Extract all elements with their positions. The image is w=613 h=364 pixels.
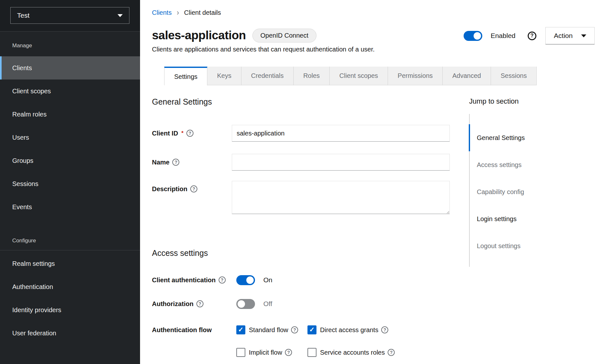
tab-roles[interactable]: Roles <box>294 67 330 85</box>
name-label: Name ? <box>152 154 232 171</box>
description-label: Description ? <box>152 181 232 214</box>
general-settings-form: Client ID * ? Name ? Description ? <box>152 125 450 214</box>
enabled-toggle[interactable] <box>464 31 482 41</box>
check-icon: ✓ <box>238 326 244 333</box>
jump-link-capability-config[interactable]: Capability config <box>470 178 604 205</box>
tab-credentials[interactable]: Credentials <box>241 67 294 85</box>
help-icon[interactable]: ? <box>219 276 226 284</box>
sidebar-item-identity-providers[interactable]: Identity providers <box>0 298 140 322</box>
description-row: Description ? <box>152 181 450 214</box>
client-id-input[interactable] <box>232 125 450 142</box>
direct-access-grants-label: Direct access grants <box>320 326 378 334</box>
general-settings-heading: General Settings <box>152 97 212 107</box>
sidebar-item-realm-roles[interactable]: Realm roles <box>0 103 140 126</box>
jump-to-section-panel: Jump to section General Settings Access … <box>469 97 604 267</box>
authorization-row: Authorization ? Off <box>152 296 474 311</box>
access-settings-form: Client authentication ? On Authorization… <box>152 273 474 359</box>
toggle-knob <box>474 32 481 40</box>
help-icon[interactable]: ? <box>285 349 292 356</box>
authorization-label: Authorization ? <box>152 300 236 308</box>
tab-permissions[interactable]: Permissions <box>388 67 443 85</box>
realm-selector-dropdown[interactable]: Test <box>10 7 129 24</box>
breadcrumb-clients-link[interactable]: Clients <box>152 9 172 16</box>
standard-flow-checkbox[interactable]: ✓ <box>236 325 245 334</box>
client-id-label: Client ID * ? <box>152 125 232 142</box>
client-authentication-row: Client authentication ? On <box>152 273 474 287</box>
name-row: Name ? <box>152 154 450 171</box>
access-settings-heading: Access settings <box>152 248 208 258</box>
implicit-flow-checkbox[interactable] <box>236 348 245 357</box>
direct-access-grants-checkbox[interactable]: ✓ <box>307 325 316 334</box>
jump-link-access-settings[interactable]: Access settings <box>470 151 604 178</box>
required-asterisk: * <box>181 130 184 136</box>
jump-to-section-list: General Settings Access settings Capabil… <box>469 114 604 267</box>
caret-down-icon <box>581 34 586 37</box>
client-id-row: Client ID * ? <box>152 125 450 142</box>
tab-settings[interactable]: Settings <box>164 67 207 85</box>
caret-down-icon <box>118 14 123 17</box>
page-title: sales-application <box>152 29 246 42</box>
nav-section-title-manage: Manage <box>0 39 140 52</box>
main-content: Clients › Client details sales-applicati… <box>140 0 613 364</box>
authentication-flow-row-2: Implicit flow ? Service accounts roles ? <box>152 346 474 359</box>
implicit-flow-option: Implicit flow ? <box>236 348 307 357</box>
sidebar-item-realm-settings[interactable]: Realm settings <box>0 252 140 275</box>
jump-to-section-heading: Jump to section <box>469 97 604 107</box>
header-controls: Enabled ? Action <box>464 27 595 44</box>
tab-advanced[interactable]: Advanced <box>443 67 491 85</box>
description-textarea[interactable] <box>232 181 450 214</box>
tab-client-scopes[interactable]: Client scopes <box>330 67 388 85</box>
help-icon[interactable]: ? <box>528 32 536 40</box>
implicit-flow-label: Implicit flow <box>249 349 282 356</box>
jump-link-general-settings[interactable]: General Settings <box>470 124 604 151</box>
action-dropdown-button[interactable]: Action <box>545 27 595 44</box>
sidebar-item-sessions[interactable]: Sessions <box>0 172 140 195</box>
jump-link-logout-settings[interactable]: Logout settings <box>470 232 604 259</box>
nav-divider <box>0 250 140 250</box>
tab-keys[interactable]: Keys <box>207 67 241 85</box>
tab-bar: Settings Keys Credentials Roles Client s… <box>164 67 537 85</box>
sidebar-item-user-federation[interactable]: User federation <box>0 322 140 345</box>
enabled-label: Enabled <box>491 32 515 40</box>
check-icon: ✓ <box>309 326 315 333</box>
sidebar-item-client-scopes[interactable]: Client scopes <box>0 79 140 103</box>
help-icon[interactable]: ? <box>186 130 193 137</box>
authorization-toggle[interactable] <box>236 299 255 309</box>
sidebar-nav: Manage Clients Client scopes Realm roles… <box>0 39 140 345</box>
client-authentication-toggle[interactable] <box>236 275 255 285</box>
client-authentication-state: On <box>263 276 272 284</box>
help-icon[interactable]: ? <box>172 159 179 166</box>
jump-link-login-settings[interactable]: Login settings <box>470 205 604 232</box>
help-icon[interactable]: ? <box>291 326 298 333</box>
name-input[interactable] <box>232 154 450 171</box>
authorization-state: Off <box>263 300 272 308</box>
sidebar-item-authentication[interactable]: Authentication <box>0 275 140 298</box>
sidebar-item-users[interactable]: Users <box>0 126 140 149</box>
masthead: Test <box>0 0 140 32</box>
action-label: Action <box>554 32 572 40</box>
title-row: sales-application OpenID Connect <box>152 26 316 44</box>
protocol-badge: OpenID Connect <box>252 29 316 42</box>
authentication-flow-label: Authentication flow <box>152 326 236 334</box>
help-icon[interactable]: ? <box>196 300 203 307</box>
sidebar-item-events[interactable]: Events <box>0 195 140 219</box>
help-icon[interactable]: ? <box>381 326 388 333</box>
realm-selector-label: Test <box>17 12 30 19</box>
page-subtitle: Clients are applications and services th… <box>152 46 375 53</box>
breadcrumb: Clients › Client details <box>152 9 221 16</box>
authentication-flow-row-1: Authentication flow ✓ Standard flow ? ✓ … <box>152 323 474 336</box>
sidebar: Test Manage Clients Client scopes Realm … <box>0 0 140 364</box>
service-accounts-roles-option: Service accounts roles ? <box>307 348 395 357</box>
sidebar-item-clients[interactable]: Clients <box>0 56 140 79</box>
help-icon[interactable]: ? <box>190 185 197 192</box>
toggle-knob <box>238 300 245 308</box>
tab-sessions[interactable]: Sessions <box>491 67 537 85</box>
service-accounts-roles-checkbox[interactable] <box>307 348 316 357</box>
client-authentication-label: Client authentication ? <box>152 276 236 284</box>
help-icon[interactable]: ? <box>388 349 395 356</box>
direct-access-grants-option: ✓ Direct access grants ? <box>307 325 388 334</box>
standard-flow-label: Standard flow <box>249 326 288 334</box>
sidebar-item-groups[interactable]: Groups <box>0 149 140 172</box>
breadcrumb-separator-icon: › <box>177 8 179 17</box>
service-accounts-roles-label: Service accounts roles <box>320 349 385 356</box>
